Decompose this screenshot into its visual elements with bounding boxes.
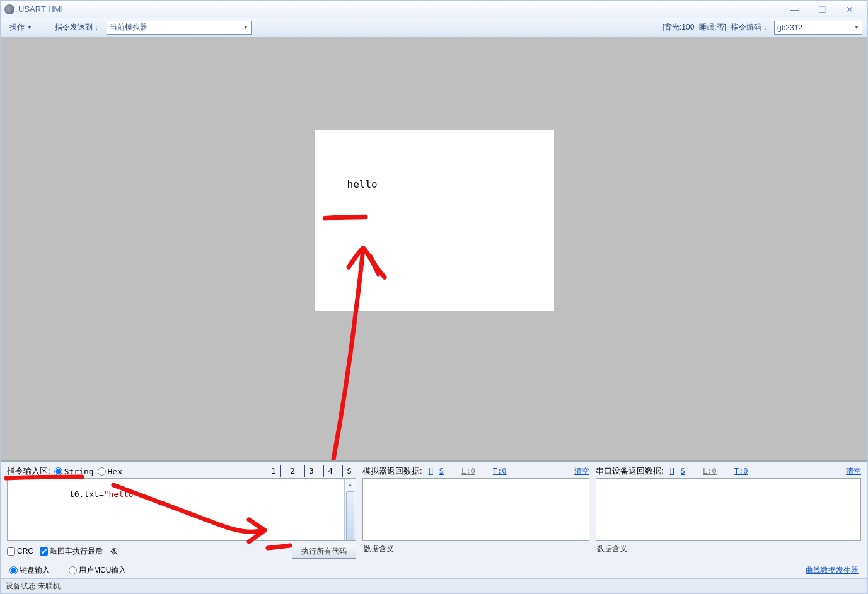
serial-link-l[interactable]: L:0: [703, 467, 717, 476]
radio-string[interactable]: String: [54, 467, 94, 476]
status-bar: 设备状态:未联机: [1, 578, 867, 593]
serial-return-textarea[interactable]: [596, 478, 861, 541]
serial-return-title: 串口设备返回数据:: [596, 465, 664, 477]
sim-clear-link[interactable]: 清空: [574, 466, 589, 477]
sim-return-section: 模拟器返回数据: H S L:0 T:0 清空 数据含义:: [362, 464, 589, 559]
radio-hex[interactable]: Hex: [98, 467, 122, 476]
actions-label: 操作: [9, 22, 25, 33]
send-to-value: 当前模拟器: [110, 22, 148, 33]
simulator-text: hello: [347, 178, 378, 190]
encoding-value: gb2312: [777, 23, 802, 32]
title-bar: USART HMI — ☐ ✕: [1, 1, 867, 18]
simulator-screen[interactable]: hello: [315, 130, 554, 311]
toolbar: 操作 ▼ 指令发送到： 当前模拟器 ▼ [背光:100 睡眠:否] 指令编码： …: [1, 18, 867, 37]
preset-button-s[interactable]: S: [342, 465, 356, 477]
serial-clear-link[interactable]: 清空: [846, 466, 861, 477]
chevron-down-icon: ▼: [27, 25, 32, 30]
preset-button-3[interactable]: 3: [304, 465, 318, 477]
scroll-up-icon[interactable]: ▲: [345, 479, 356, 490]
actions-menu[interactable]: 操作 ▼: [6, 21, 36, 34]
radio-string-input[interactable]: [54, 467, 62, 476]
encoding-label: 指令编码：: [731, 22, 769, 33]
enter-exec-checkbox-input[interactable]: [40, 547, 48, 556]
input-area-title: 指令输入区:: [7, 465, 50, 477]
radio-hex-input[interactable]: [98, 467, 106, 476]
command-textarea[interactable]: t0.txt="hello" ▲ ▼: [7, 478, 356, 541]
serial-link-t[interactable]: T:0: [734, 467, 748, 476]
window-title: USART HMI: [18, 4, 63, 14]
bottom-pane: 指令输入区: String Hex 1 2 3 4 S: [1, 461, 867, 593]
radio-keyboard-input[interactable]: [9, 566, 18, 574]
chevron-down-icon: ▼: [243, 25, 248, 30]
crc-checkbox[interactable]: CRC: [7, 547, 33, 556]
preset-button-1[interactable]: 1: [267, 465, 281, 477]
preset-button-2[interactable]: 2: [286, 465, 299, 477]
serial-meaning-label: 数据含义:: [596, 541, 861, 557]
backlight-label: [背光:100: [663, 22, 695, 33]
close-button[interactable]: ✕: [836, 3, 864, 16]
run-all-button[interactable]: 执行所有代码: [292, 544, 356, 559]
sim-return-title: 模拟器返回数据:: [362, 465, 422, 477]
crc-checkbox-input[interactable]: [7, 547, 15, 556]
simulator-canvas: hello: [1, 37, 867, 461]
sim-link-s[interactable]: S: [439, 467, 444, 476]
chevron-down-icon: ▼: [854, 25, 859, 30]
serial-link-h[interactable]: H: [670, 467, 674, 476]
enter-exec-checkbox[interactable]: 敲回车执行最后一条: [40, 546, 118, 557]
serial-return-section: 串口设备返回数据: H S L:0 T:0 清空 数据含义:: [596, 464, 861, 559]
scroll-thumb[interactable]: [346, 491, 354, 540]
code-plain: t0.txt=: [69, 489, 104, 499]
scrollbar[interactable]: ▲ ▼: [344, 479, 356, 540]
send-to-label: 指令发送到：: [55, 22, 100, 33]
sleep-label: 睡眠:否]: [699, 22, 726, 33]
maximize-button[interactable]: ☐: [808, 3, 836, 16]
sim-return-textarea[interactable]: [362, 478, 589, 541]
sim-meaning-label: 数据含义:: [362, 541, 589, 557]
radio-mcu[interactable]: 用户MCU输入: [69, 565, 126, 576]
sim-link-l[interactable]: L:0: [461, 467, 475, 476]
app-icon: [4, 4, 14, 14]
command-input-section: 指令输入区: String Hex 1 2 3 4 S: [7, 464, 356, 559]
send-to-combo[interactable]: 当前模拟器 ▼: [107, 21, 252, 35]
preset-button-row: 1 2 3 4 S: [267, 465, 356, 477]
radio-mcu-input[interactable]: [69, 566, 77, 574]
encoding-combo[interactable]: gb2312 ▼: [774, 21, 862, 35]
sim-link-h[interactable]: H: [429, 467, 433, 476]
code-string: "hello": [104, 489, 139, 499]
curve-generator-link[interactable]: 曲线数据发生器: [806, 565, 859, 576]
radio-keyboard[interactable]: 键盘输入: [9, 565, 50, 576]
minimize-button[interactable]: —: [780, 3, 808, 16]
preset-button-4[interactable]: 4: [323, 465, 337, 477]
serial-link-s[interactable]: S: [681, 467, 685, 476]
sim-link-t[interactable]: T:0: [493, 467, 507, 476]
input-mode-row: 键盘输入 用户MCU输入 曲线数据发生器: [1, 563, 867, 578]
device-status: 设备状态:未联机: [6, 581, 61, 591]
